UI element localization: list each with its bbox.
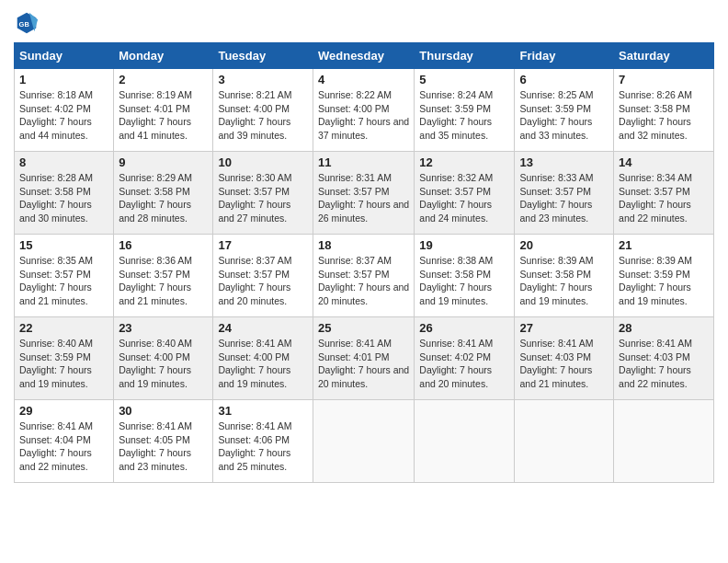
- calendar-cell: 19Sunrise: 8:38 AMSunset: 3:58 PMDayligh…: [415, 235, 515, 317]
- calendar-cell: 1Sunrise: 8:18 AMSunset: 4:02 PMDaylight…: [15, 69, 114, 152]
- svg-text:GB: GB: [19, 20, 30, 29]
- day-number: 11: [318, 155, 409, 169]
- day-info: Sunrise: 8:41 AMSunset: 4:02 PMDaylight:…: [419, 337, 509, 391]
- day-info: Sunrise: 8:25 AMSunset: 3:59 PMDaylight:…: [519, 88, 609, 143]
- calendar-cell: 14Sunrise: 8:34 AMSunset: 3:57 PMDayligh…: [614, 152, 714, 235]
- calendar-cell: 23Sunrise: 8:40 AMSunset: 4:00 PMDayligh…: [114, 317, 213, 400]
- day-info: Sunrise: 8:34 AMSunset: 3:57 PMDaylight:…: [619, 171, 709, 225]
- day-number: 10: [218, 155, 308, 169]
- calendar-cell: 6Sunrise: 8:25 AMSunset: 3:59 PMDaylight…: [515, 69, 614, 152]
- calendar-cell: [415, 400, 515, 483]
- day-info: Sunrise: 8:41 AMSunset: 4:00 PMDaylight:…: [218, 337, 308, 391]
- day-info: Sunrise: 8:41 AMSunset: 4:01 PMDaylight:…: [318, 337, 409, 391]
- calendar-cell: 30Sunrise: 8:41 AMSunset: 4:05 PMDayligh…: [114, 400, 213, 483]
- calendar-cell: 13Sunrise: 8:33 AMSunset: 3:57 PMDayligh…: [515, 152, 614, 235]
- week-row-3: 15Sunrise: 8:35 AMSunset: 3:57 PMDayligh…: [15, 235, 714, 317]
- day-number: 14: [619, 155, 709, 169]
- day-number: 12: [419, 155, 509, 169]
- logo: GB: [14, 9, 43, 35]
- day-info: Sunrise: 8:41 AMSunset: 4:03 PMDaylight:…: [619, 337, 709, 391]
- calendar-table: SundayMondayTuesdayWednesdayThursdayFrid…: [14, 42, 714, 483]
- day-info: Sunrise: 8:37 AMSunset: 3:57 PMDaylight:…: [318, 254, 409, 308]
- day-info: Sunrise: 8:30 AMSunset: 3:57 PMDaylight:…: [218, 171, 308, 225]
- day-info: Sunrise: 8:39 AMSunset: 3:59 PMDaylight:…: [619, 254, 709, 308]
- day-number: 21: [619, 238, 709, 252]
- day-info: Sunrise: 8:35 AMSunset: 3:57 PMDaylight:…: [19, 254, 108, 308]
- day-info: Sunrise: 8:41 AMSunset: 4:06 PMDaylight:…: [218, 419, 308, 474]
- day-info: Sunrise: 8:38 AMSunset: 3:58 PMDaylight:…: [419, 254, 509, 308]
- calendar-cell: 15Sunrise: 8:35 AMSunset: 3:57 PMDayligh…: [15, 235, 114, 317]
- calendar-header-row: SundayMondayTuesdayWednesdayThursdayFrid…: [15, 43, 714, 69]
- week-row-1: 1Sunrise: 8:18 AMSunset: 4:02 PMDaylight…: [15, 69, 714, 152]
- calendar-cell: 31Sunrise: 8:41 AMSunset: 4:06 PMDayligh…: [213, 400, 313, 483]
- calendar-cell: 16Sunrise: 8:36 AMSunset: 3:57 PMDayligh…: [114, 235, 213, 317]
- day-number: 25: [318, 321, 409, 335]
- day-number: 7: [619, 73, 709, 86]
- calendar-cell: 7Sunrise: 8:26 AMSunset: 3:58 PMDaylight…: [614, 69, 714, 152]
- calendar-cell: 3Sunrise: 8:21 AMSunset: 4:00 PMDaylight…: [213, 69, 313, 152]
- calendar-cell: [313, 400, 414, 483]
- day-info: Sunrise: 8:33 AMSunset: 3:57 PMDaylight:…: [519, 171, 609, 225]
- day-number: 9: [119, 155, 208, 169]
- calendar-cell: 2Sunrise: 8:19 AMSunset: 4:01 PMDaylight…: [114, 69, 213, 152]
- header-monday: Monday: [114, 43, 213, 69]
- logo-icon: GB: [14, 9, 40, 35]
- day-number: 27: [519, 321, 609, 335]
- day-number: 22: [19, 321, 108, 335]
- day-number: 1: [19, 73, 108, 86]
- calendar-cell: 22Sunrise: 8:40 AMSunset: 3:59 PMDayligh…: [15, 317, 114, 400]
- day-info: Sunrise: 8:41 AMSunset: 4:03 PMDaylight:…: [519, 337, 609, 391]
- day-number: 5: [419, 73, 509, 86]
- day-info: Sunrise: 8:41 AMSunset: 4:04 PMDaylight:…: [19, 419, 108, 474]
- day-info: Sunrise: 8:31 AMSunset: 3:57 PMDaylight:…: [318, 171, 409, 225]
- day-number: 16: [119, 238, 208, 252]
- calendar-cell: 4Sunrise: 8:22 AMSunset: 4:00 PMDaylight…: [313, 69, 414, 152]
- day-info: Sunrise: 8:18 AMSunset: 4:02 PMDaylight:…: [19, 88, 108, 143]
- header-friday: Friday: [515, 43, 614, 69]
- day-info: Sunrise: 8:21 AMSunset: 4:00 PMDaylight:…: [218, 88, 308, 143]
- day-info: Sunrise: 8:41 AMSunset: 4:05 PMDaylight:…: [119, 419, 208, 474]
- calendar-cell: 9Sunrise: 8:29 AMSunset: 3:58 PMDaylight…: [114, 152, 213, 235]
- day-info: Sunrise: 8:39 AMSunset: 3:58 PMDaylight:…: [519, 254, 609, 308]
- day-number: 8: [19, 155, 108, 169]
- day-number: 2: [119, 73, 208, 86]
- day-number: 24: [218, 321, 308, 335]
- calendar-cell: 24Sunrise: 8:41 AMSunset: 4:00 PMDayligh…: [213, 317, 313, 400]
- week-row-2: 8Sunrise: 8:28 AMSunset: 3:58 PMDaylight…: [15, 152, 714, 235]
- calendar-cell: 20Sunrise: 8:39 AMSunset: 3:58 PMDayligh…: [515, 235, 614, 317]
- day-info: Sunrise: 8:24 AMSunset: 3:59 PMDaylight:…: [419, 88, 509, 143]
- day-number: 17: [218, 238, 308, 252]
- week-row-4: 22Sunrise: 8:40 AMSunset: 3:59 PMDayligh…: [15, 317, 714, 400]
- calendar-cell: 27Sunrise: 8:41 AMSunset: 4:03 PMDayligh…: [515, 317, 614, 400]
- calendar-cell: 25Sunrise: 8:41 AMSunset: 4:01 PMDayligh…: [313, 317, 414, 400]
- day-number: 20: [519, 238, 609, 252]
- day-info: Sunrise: 8:19 AMSunset: 4:01 PMDaylight:…: [119, 88, 208, 143]
- calendar-cell: 10Sunrise: 8:30 AMSunset: 3:57 PMDayligh…: [213, 152, 313, 235]
- day-number: 15: [19, 238, 108, 252]
- day-info: Sunrise: 8:37 AMSunset: 3:57 PMDaylight:…: [218, 254, 308, 308]
- day-number: 18: [318, 238, 409, 252]
- day-number: 4: [318, 73, 409, 86]
- page-header: GB: [14, 9, 714, 35]
- day-number: 3: [218, 73, 308, 86]
- calendar-cell: 18Sunrise: 8:37 AMSunset: 3:57 PMDayligh…: [313, 235, 414, 317]
- calendar-cell: [515, 400, 614, 483]
- day-number: 19: [419, 238, 509, 252]
- day-info: Sunrise: 8:26 AMSunset: 3:58 PMDaylight:…: [619, 88, 709, 143]
- calendar-cell: 11Sunrise: 8:31 AMSunset: 3:57 PMDayligh…: [313, 152, 414, 235]
- calendar-cell: 12Sunrise: 8:32 AMSunset: 3:57 PMDayligh…: [415, 152, 515, 235]
- day-number: 13: [519, 155, 609, 169]
- day-info: Sunrise: 8:36 AMSunset: 3:57 PMDaylight:…: [119, 254, 208, 308]
- header-tuesday: Tuesday: [213, 43, 313, 69]
- day-info: Sunrise: 8:29 AMSunset: 3:58 PMDaylight:…: [119, 171, 208, 225]
- calendar-cell: [614, 400, 714, 483]
- day-info: Sunrise: 8:28 AMSunset: 3:58 PMDaylight:…: [19, 171, 108, 225]
- day-info: Sunrise: 8:32 AMSunset: 3:57 PMDaylight:…: [419, 171, 509, 225]
- header-wednesday: Wednesday: [313, 43, 414, 69]
- calendar-cell: 8Sunrise: 8:28 AMSunset: 3:58 PMDaylight…: [15, 152, 114, 235]
- page-container: GB SundayMondayTuesdayWednesdayThursdayF…: [0, 0, 728, 492]
- day-number: 28: [619, 321, 709, 335]
- calendar-cell: 28Sunrise: 8:41 AMSunset: 4:03 PMDayligh…: [614, 317, 714, 400]
- day-number: 31: [218, 404, 308, 418]
- header-saturday: Saturday: [614, 43, 714, 69]
